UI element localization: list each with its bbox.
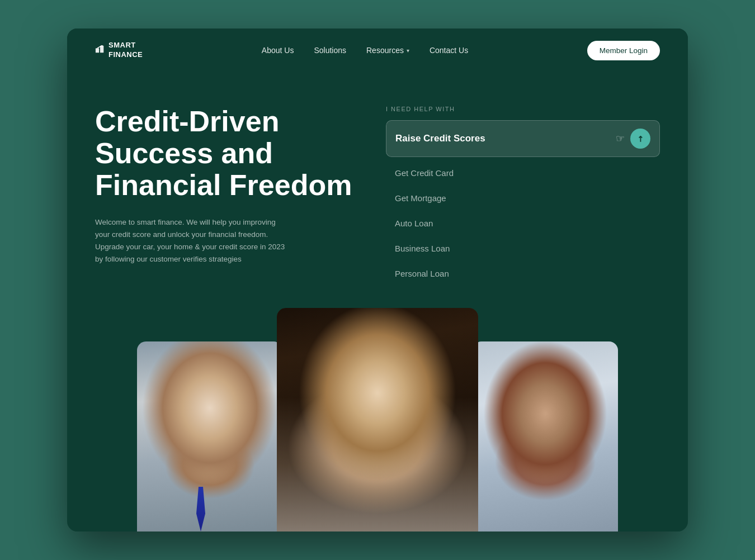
cursor-icon: ☞ xyxy=(616,132,625,145)
logo-text: SMARTFINANCE xyxy=(108,41,143,60)
help-option-2[interactable]: Auto Loan xyxy=(386,211,660,236)
hero-left: Credit-Driven Success and Financial Free… xyxy=(95,106,364,286)
arrow-icon: ↗ xyxy=(635,133,646,144)
logo: SMARTFINANCE xyxy=(95,41,143,60)
nav-about[interactable]: About Us xyxy=(262,45,294,55)
hero-description: Welcome to smart finance. We will help y… xyxy=(95,216,285,266)
member-login-button[interactable]: Member Login xyxy=(587,41,660,60)
person-center-image xyxy=(277,308,478,531)
help-selected-row[interactable]: Raise Credit Scores ☞ ↗ xyxy=(386,120,660,157)
help-option-0[interactable]: Get Credit Card xyxy=(386,160,660,186)
navbar: SMARTFINANCE About Us Solutions Resource… xyxy=(67,29,688,72)
photo-card-right xyxy=(473,341,618,531)
svg-rect-0 xyxy=(96,48,99,53)
photo-card-left xyxy=(137,341,282,531)
help-label: I NEED HELP WITH xyxy=(386,106,660,112)
person-left-image xyxy=(137,341,282,531)
hero-section: Credit-Driven Success and Financial Free… xyxy=(67,72,688,286)
tie-detail xyxy=(195,487,206,531)
photo-card-center xyxy=(277,308,478,531)
help-option-3[interactable]: Business Loan xyxy=(386,236,660,261)
resources-chevron-icon: ▾ xyxy=(407,48,409,54)
hero-right: I NEED HELP WITH Raise Credit Scores ☞ ↗… xyxy=(386,106,660,286)
person-right-image xyxy=(473,341,618,531)
go-button[interactable]: ↗ xyxy=(630,129,650,149)
help-option-1[interactable]: Get Mortgage xyxy=(386,186,660,211)
help-option-4[interactable]: Personal Loan xyxy=(386,261,660,286)
nav-links: About Us Solutions Resources ▾ Contact U… xyxy=(262,45,468,55)
photos-section xyxy=(67,308,688,531)
help-selected-actions: ☞ ↗ xyxy=(616,129,650,149)
browser-window: SMARTFINANCE About Us Solutions Resource… xyxy=(67,29,688,531)
help-options-list: Get Credit Card Get Mortgage Auto Loan B… xyxy=(386,160,660,286)
hero-title: Credit-Driven Success and Financial Free… xyxy=(95,106,364,202)
nav-contact[interactable]: Contact Us xyxy=(430,45,468,55)
help-selected-text: Raise Credit Scores xyxy=(395,133,485,144)
nav-resources[interactable]: Resources ▾ xyxy=(366,46,409,55)
logo-icon xyxy=(95,44,105,54)
nav-solutions[interactable]: Solutions xyxy=(314,45,346,55)
